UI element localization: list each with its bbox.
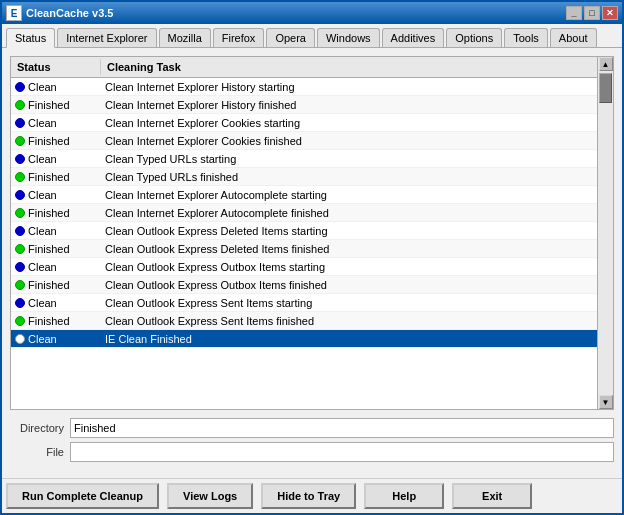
tab-about[interactable]: About [550, 28, 597, 47]
task-cell: Clean Internet Explorer Cookies finished [101, 134, 597, 148]
view-logs-button[interactable]: View Logs [167, 483, 253, 509]
task-cell: Clean Outlook Express Outbox Items finis… [101, 278, 597, 292]
task-cell: Clean Outlook Express Deleted Items star… [101, 224, 597, 238]
close-button[interactable]: ✕ [602, 6, 618, 20]
tab-status[interactable]: Status [6, 28, 55, 48]
status-dot [15, 190, 25, 200]
status-cell: Clean [11, 260, 101, 274]
tab-opera[interactable]: Opera [266, 28, 315, 47]
maximize-button[interactable]: □ [584, 6, 600, 20]
status-cell: Clean [11, 296, 101, 310]
status-text: Clean [28, 153, 57, 165]
status-cell: Finished [11, 206, 101, 220]
directory-label: Directory [10, 422, 70, 434]
status-dot [15, 334, 25, 344]
scroll-up[interactable]: ▲ [599, 57, 613, 71]
tab-mozilla[interactable]: Mozilla [159, 28, 211, 47]
tab-firefox[interactable]: Firefox [213, 28, 265, 47]
task-cell: Clean Outlook Express Deleted Items fini… [101, 242, 597, 256]
task-cell: Clean Internet Explorer Cookies starting [101, 116, 597, 130]
status-cell: Clean [11, 332, 101, 346]
table-row: CleanClean Outlook Express Outbox Items … [11, 258, 597, 276]
status-dot [15, 82, 25, 92]
scroll-thumb[interactable] [599, 73, 612, 103]
tab-tools[interactable]: Tools [504, 28, 548, 47]
table-row: CleanClean Typed URLs starting [11, 150, 597, 168]
status-text: Finished [28, 171, 70, 183]
app-icon: E [6, 5, 22, 21]
table-row: FinishedClean Outlook Express Outbox Ite… [11, 276, 597, 294]
status-text: Clean [28, 261, 57, 273]
tab-windows[interactable]: Windows [317, 28, 380, 47]
task-cell: Clean Outlook Express Sent Items startin… [101, 296, 597, 310]
table-row: CleanClean Internet Explorer Autocomplet… [11, 186, 597, 204]
status-text: Clean [28, 189, 57, 201]
status-text: Finished [28, 207, 70, 219]
status-dot [15, 262, 25, 272]
status-dot [15, 118, 25, 128]
help-button[interactable]: Help [364, 483, 444, 509]
task-cell: IE Clean Finished [101, 332, 597, 346]
table-row: CleanClean Internet Explorer History sta… [11, 78, 597, 96]
task-cell: Clean Internet Explorer Autocomplete fin… [101, 206, 597, 220]
tab-options[interactable]: Options [446, 28, 502, 47]
table-header: Status Cleaning Task [11, 57, 597, 78]
status-cell: Finished [11, 278, 101, 292]
status-table: Status Cleaning Task CleanClean Internet… [10, 56, 614, 410]
file-input[interactable] [70, 442, 614, 462]
table-row: FinishedClean Outlook Express Sent Items… [11, 312, 597, 330]
table-row: FinishedClean Outlook Express Deleted It… [11, 240, 597, 258]
status-text: Clean [28, 225, 57, 237]
status-text: Clean [28, 297, 57, 309]
hide-to-tray-button[interactable]: Hide to Tray [261, 483, 356, 509]
file-row: File [10, 442, 614, 462]
bottom-toolbar: Run Complete Cleanup View Logs Hide to T… [2, 478, 622, 513]
fields-area: Directory File [10, 418, 614, 462]
status-dot [15, 316, 25, 326]
table-row: FinishedClean Internet Explorer History … [11, 96, 597, 114]
header-status: Status [11, 59, 101, 75]
scrollbar[interactable]: ▲ ▼ [597, 57, 613, 409]
status-cell: Clean [11, 188, 101, 202]
table-row: FinishedClean Internet Explorer Cookies … [11, 132, 597, 150]
table-body: CleanClean Internet Explorer History sta… [11, 78, 597, 409]
tab-internet-explorer[interactable]: Internet Explorer [57, 28, 156, 47]
run-cleanup-button[interactable]: Run Complete Cleanup [6, 483, 159, 509]
status-dot [15, 100, 25, 110]
status-dot [15, 154, 25, 164]
table-row: FinishedClean Internet Explorer Autocomp… [11, 204, 597, 222]
tab-additives[interactable]: Additives [382, 28, 445, 47]
status-cell: Finished [11, 242, 101, 256]
exit-button[interactable]: Exit [452, 483, 532, 509]
status-text: Finished [28, 99, 70, 111]
main-window: E CleanCache v3.5 _ □ ✕ StatusInternet E… [0, 0, 624, 515]
status-text: Finished [28, 243, 70, 255]
status-text: Clean [28, 117, 57, 129]
directory-input[interactable] [70, 418, 614, 438]
status-text: Finished [28, 315, 70, 327]
table-row: CleanIE Clean Finished [11, 330, 597, 348]
title-bar: E CleanCache v3.5 _ □ ✕ [2, 2, 622, 24]
status-cell: Finished [11, 314, 101, 328]
status-text: Clean [28, 333, 57, 345]
status-dot [15, 172, 25, 182]
table-row: CleanClean Outlook Express Sent Items st… [11, 294, 597, 312]
status-cell: Finished [11, 170, 101, 184]
status-cell: Clean [11, 224, 101, 238]
status-cell: Finished [11, 98, 101, 112]
status-dot [15, 226, 25, 236]
minimize-button[interactable]: _ [566, 6, 582, 20]
content-area: Status Cleaning Task CleanClean Internet… [2, 48, 622, 478]
scroll-down[interactable]: ▼ [599, 395, 613, 409]
table-row: FinishedClean Typed URLs finished [11, 168, 597, 186]
status-cell: Clean [11, 152, 101, 166]
status-dot [15, 244, 25, 254]
task-cell: Clean Internet Explorer Autocomplete sta… [101, 188, 597, 202]
task-cell: Clean Internet Explorer History starting [101, 80, 597, 94]
status-dot [15, 208, 25, 218]
status-cell: Clean [11, 80, 101, 94]
status-text: Finished [28, 135, 70, 147]
file-label: File [10, 446, 70, 458]
window-controls: _ □ ✕ [566, 6, 618, 20]
status-text: Finished [28, 279, 70, 291]
